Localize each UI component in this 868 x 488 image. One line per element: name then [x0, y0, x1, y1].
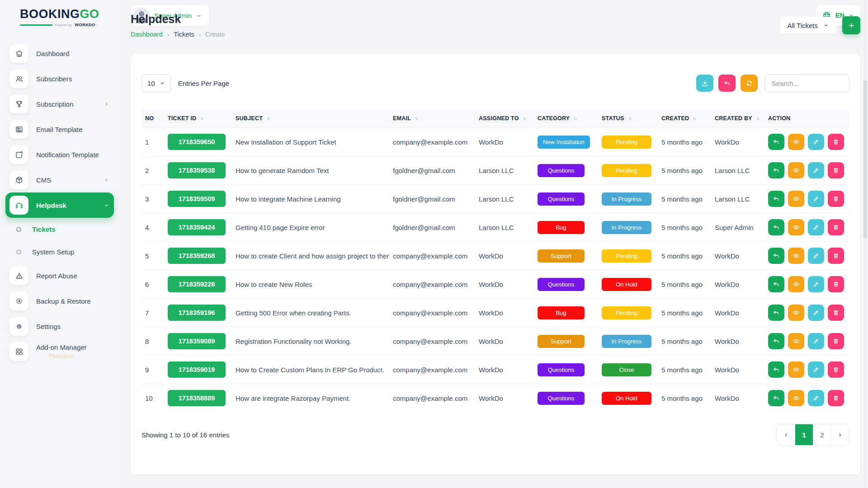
column-header-ticket-id[interactable]: TICKET ID	[164, 109, 232, 128]
reply-button[interactable]	[768, 162, 784, 178]
ticket-id-badge[interactable]: 1718359196	[168, 305, 226, 321]
breadcrumb-separator: ›	[199, 31, 201, 38]
edit-button[interactable]	[808, 333, 824, 349]
view-button[interactable]	[788, 361, 804, 378]
entries-per-page-select[interactable]: 10	[142, 74, 171, 92]
edit-button[interactable]	[808, 219, 824, 235]
reply-button[interactable]	[768, 333, 784, 349]
delete-button[interactable]	[828, 134, 844, 150]
ticket-id-badge[interactable]: 1718359538	[168, 162, 226, 178]
view-button[interactable]	[788, 333, 804, 349]
edit-button[interactable]	[808, 361, 824, 378]
breadcrumb-dashboard[interactable]: Dashboard	[131, 31, 163, 38]
view-button[interactable]	[788, 219, 804, 235]
sidebar-item-dashboard[interactable]: Dashboard	[5, 41, 114, 66]
reply-button[interactable]	[768, 276, 784, 292]
cell-subject: Getting 410 page Expire error	[232, 213, 389, 242]
view-button[interactable]	[788, 162, 804, 178]
reply-toolbar-button[interactable]	[718, 75, 736, 92]
sidebar-item-add-on-manager[interactable]: Add-on ManagerPremium	[5, 339, 114, 364]
reply-button[interactable]	[768, 219, 784, 235]
column-header-created[interactable]: CREATED	[658, 109, 711, 128]
sidebar-item-settings[interactable]: Settings	[5, 314, 114, 339]
search-input[interactable]	[765, 74, 849, 92]
ticket-filter-dropdown[interactable]: All Tickets	[780, 17, 836, 34]
edit-button[interactable]	[808, 390, 824, 406]
delete-button[interactable]	[828, 219, 844, 235]
delete-button[interactable]	[828, 361, 844, 378]
ticket-id-badge[interactable]: 1718359509	[168, 191, 226, 207]
ticket-id-badge[interactable]: 1718359268	[168, 248, 226, 264]
sidebar-subitem-tickets[interactable]: Tickets	[5, 218, 114, 240]
edit-button[interactable]	[808, 134, 824, 150]
breadcrumb-tickets[interactable]: Tickets	[174, 31, 194, 38]
sidebar-item-backup-restore[interactable]: Backup & Restore	[5, 288, 114, 314]
ticket-id-badge[interactable]: 1718358889	[168, 390, 226, 406]
edit-button[interactable]	[808, 191, 824, 207]
reply-button[interactable]	[768, 305, 784, 321]
sidebar-item-notification-template[interactable]: Notification Template	[5, 142, 114, 167]
create-ticket-button[interactable]	[842, 16, 860, 34]
view-button[interactable]	[788, 248, 804, 264]
category-badge: Bug	[538, 221, 585, 234]
ticket-id-badge[interactable]: 1718359228	[168, 276, 226, 292]
delete-button[interactable]	[828, 162, 844, 178]
column-header-category[interactable]: CATEGORY	[534, 109, 598, 128]
delete-button[interactable]	[828, 390, 844, 406]
reply-button[interactable]	[768, 134, 784, 150]
scrollbar-track[interactable]	[863, 0, 867, 488]
edit-button[interactable]	[808, 305, 824, 321]
home-icon	[9, 44, 28, 63]
delete-button[interactable]	[828, 333, 844, 349]
sidebar-item-subscribers[interactable]: Subscribers	[5, 66, 114, 91]
delete-button[interactable]	[828, 305, 844, 321]
reply-button[interactable]	[768, 191, 784, 207]
download-toolbar-button[interactable]	[696, 75, 713, 92]
page-button-1[interactable]: 1	[795, 424, 813, 445]
delete-button[interactable]	[828, 276, 844, 292]
trash-icon	[832, 309, 840, 316]
next-page-button[interactable]	[831, 424, 849, 445]
edit-button[interactable]	[808, 248, 824, 264]
sidebar-subitem-system-setup[interactable]: System Setup	[5, 240, 114, 263]
grid-icon	[9, 342, 28, 361]
page-button-2[interactable]: 2	[813, 424, 831, 445]
ticket-id-badge[interactable]: 1718359424	[168, 219, 226, 235]
view-button[interactable]	[788, 305, 804, 321]
refresh-toolbar-button[interactable]	[741, 75, 758, 92]
reply-button[interactable]	[768, 248, 784, 264]
view-button[interactable]	[788, 191, 804, 207]
brand-logo[interactable]: BOOKINGGO Powered By WORKDO·	[0, 0, 119, 27]
reply-icon	[773, 167, 780, 174]
sidebar-item-report-abuse[interactable]: Report Abuse	[5, 263, 114, 288]
delete-button[interactable]	[828, 248, 844, 264]
reply-icon	[723, 80, 731, 87]
view-button[interactable]	[788, 276, 804, 292]
column-header-email[interactable]: EMAIL	[389, 109, 475, 128]
cell-created: 5 months ago	[658, 384, 711, 413]
view-button[interactable]	[788, 390, 804, 406]
view-button[interactable]	[788, 134, 804, 150]
column-header-created-by[interactable]: CREATED BY	[711, 109, 764, 128]
table-row: 9 1718359019 How to Create Custom Plans …	[142, 356, 849, 384]
edit-button[interactable]	[808, 276, 824, 292]
refresh-icon	[745, 80, 753, 87]
column-header-status[interactable]: STATUS	[598, 109, 658, 128]
ticket-id-badge[interactable]: 1718359019	[168, 361, 226, 378]
edit-button[interactable]	[808, 162, 824, 178]
column-header-assigned-to[interactable]: ASSIGNED TO	[475, 109, 534, 128]
reply-button[interactable]	[768, 361, 784, 378]
sidebar-item-cms[interactable]: CMS	[5, 167, 114, 192]
reply-button[interactable]	[768, 390, 784, 406]
prev-page-button[interactable]	[777, 424, 795, 445]
column-header-subject[interactable]: SUBJECT	[232, 109, 389, 128]
category-badge: Questions	[538, 164, 585, 177]
sidebar-item-email-template[interactable]: Email Template	[5, 117, 114, 142]
sidebar-item-subscription[interactable]: Subscription	[5, 91, 114, 117]
ticket-id-badge[interactable]: 1718359650	[168, 134, 226, 150]
cell-created-by: Larson LLC	[711, 156, 764, 185]
sidebar-item-helpdesk[interactable]: Helpdesk	[5, 192, 114, 218]
scrollbar-thumb[interactable]	[863, 80, 867, 239]
ticket-id-badge[interactable]: 1718359089	[168, 333, 226, 349]
delete-button[interactable]	[828, 191, 844, 207]
